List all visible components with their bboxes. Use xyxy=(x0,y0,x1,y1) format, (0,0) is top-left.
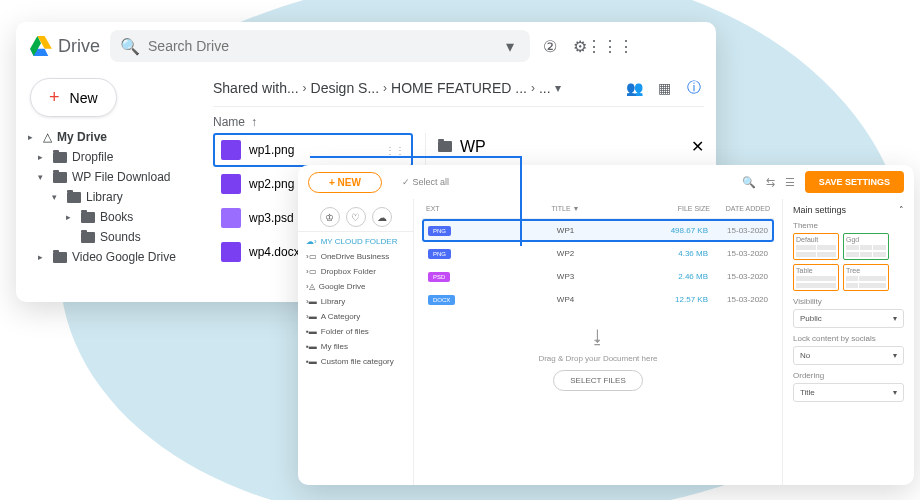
search-icon: 🔍 xyxy=(120,36,140,56)
wp-side-item[interactable]: ▪▬My files xyxy=(298,339,413,354)
new-button[interactable]: + New xyxy=(30,78,117,117)
tree-my-drive[interactable]: ▸△My Drive xyxy=(24,127,201,147)
apps-icon[interactable]: ⋮⋮⋮ xyxy=(600,36,620,56)
theme-option[interactable]: Tree xyxy=(843,264,889,291)
menu-icon[interactable]: ☰ xyxy=(785,176,795,189)
wp-sidebar: ♔ ♡ ☁ ☁›MY CLOUD FOLDER ›▭OneDrive Busin… xyxy=(298,199,414,485)
filter-icon[interactable]: ⇆ xyxy=(766,176,775,189)
settings-panel: Main settings˄ Theme Default Ggd Table T… xyxy=(782,199,914,485)
select-files-button[interactable]: SELECT FILES xyxy=(553,370,642,391)
tree-item[interactable]: ▸Video Google Drive xyxy=(24,247,201,267)
drive-logo: Drive xyxy=(30,36,100,57)
wp-side-item[interactable]: ▪▬Custom file category xyxy=(298,354,413,369)
detail-header: WP ✕ xyxy=(438,133,704,160)
file-row[interactable]: wp1.png⋮⋮ xyxy=(213,133,413,167)
download-icon: ⭳ xyxy=(422,327,774,348)
info-icon[interactable]: ⓘ xyxy=(684,78,704,98)
theme-option[interactable]: Ggd xyxy=(843,233,889,260)
breadcrumb: Shared with...› Design S...› HOME FEATUR… xyxy=(213,70,704,107)
wp-side-item[interactable]: ›▬A Category xyxy=(298,309,413,324)
tool-user-icon[interactable]: ♔ xyxy=(320,207,340,227)
breadcrumb-item[interactable]: ... xyxy=(539,80,551,96)
search-icon[interactable]: 🔍 xyxy=(742,176,756,189)
close-icon[interactable]: ✕ xyxy=(691,137,704,156)
grid-view-icon[interactable]: ▦ xyxy=(654,78,674,98)
plus-icon: + xyxy=(49,87,60,108)
tool-cloud-icon[interactable]: ☁ xyxy=(372,207,392,227)
breadcrumb-item[interactable]: HOME FEATURED ... xyxy=(391,80,527,96)
save-settings-button[interactable]: SAVE SETTINGS xyxy=(805,171,904,193)
ordering-select[interactable]: Title▾ xyxy=(793,383,904,402)
wp-new-button[interactable]: + NEW xyxy=(308,172,382,193)
visibility-select[interactable]: Public▾ xyxy=(793,309,904,328)
wp-file-row[interactable]: PNGWP24.36 MB15-03-2020 xyxy=(422,242,774,265)
wp-file-row[interactable]: PNGWP1498.67 KB15-03-2020 xyxy=(422,219,774,242)
col-size[interactable]: FILE SIZE xyxy=(655,205,710,212)
theme-option[interactable]: Default xyxy=(793,233,839,260)
tree-item[interactable]: ▾WP File Download xyxy=(24,167,201,187)
tree-item[interactable]: ▸Dropfile xyxy=(24,147,201,167)
wp-file-row[interactable]: PSDWP32.46 MB15-03-2020 xyxy=(422,265,774,288)
folder-icon xyxy=(438,141,452,152)
theme-option[interactable]: Table xyxy=(793,264,839,291)
wp-side-item[interactable]: ›▭Dropbox Folder xyxy=(298,264,413,279)
wp-window: + NEW ✓ Select all 🔍 ⇆ ☰ SAVE SETTINGS ♔… xyxy=(298,165,914,485)
help-icon[interactable]: ② xyxy=(540,36,560,56)
col-date[interactable]: DATE ADDED xyxy=(710,205,770,212)
search-bar[interactable]: 🔍 ▾ xyxy=(110,30,530,62)
settings-heading: Main settings xyxy=(793,205,846,215)
wp-side-item[interactable]: ›▭OneDrive Business xyxy=(298,249,413,264)
select-all-link[interactable]: ✓ Select all xyxy=(402,177,449,187)
wp-side-item[interactable]: ▪▬Folder of files xyxy=(298,324,413,339)
wp-file-row[interactable]: DOCXWP412.57 KB15-03-2020 xyxy=(422,288,774,311)
breadcrumb-item[interactable]: Shared with... xyxy=(213,80,299,96)
column-header[interactable]: Name xyxy=(213,115,245,129)
people-icon[interactable]: 👥 xyxy=(624,78,644,98)
dropdown-icon[interactable]: ▾ xyxy=(500,36,520,56)
tree-item[interactable]: ▾Library xyxy=(24,187,201,207)
lock-select[interactable]: No▾ xyxy=(793,346,904,365)
tree-item[interactable]: Sounds xyxy=(24,227,201,247)
collapse-icon[interactable]: ˄ xyxy=(899,205,904,215)
breadcrumb-item[interactable]: Design S... xyxy=(311,80,379,96)
wp-side-item[interactable]: ☁›MY CLOUD FOLDER xyxy=(298,234,413,249)
tree-item[interactable]: ▸Books xyxy=(24,207,201,227)
tool-tag-icon[interactable]: ♡ xyxy=(346,207,366,227)
wp-side-item[interactable]: ›▬Library xyxy=(298,294,413,309)
drive-icon xyxy=(30,36,52,56)
col-title[interactable]: TITLE ▼ xyxy=(476,205,655,212)
col-ext[interactable]: EXT xyxy=(426,205,476,212)
search-input[interactable] xyxy=(148,38,492,54)
wp-side-item[interactable]: ›◬Google Drive xyxy=(298,279,413,294)
drop-zone[interactable]: ⭳ Drag & Drop your Document here SELECT … xyxy=(422,311,774,399)
drive-sidebar: + New ▸△My Drive ▸Dropfile ▾WP File Down… xyxy=(16,70,201,275)
